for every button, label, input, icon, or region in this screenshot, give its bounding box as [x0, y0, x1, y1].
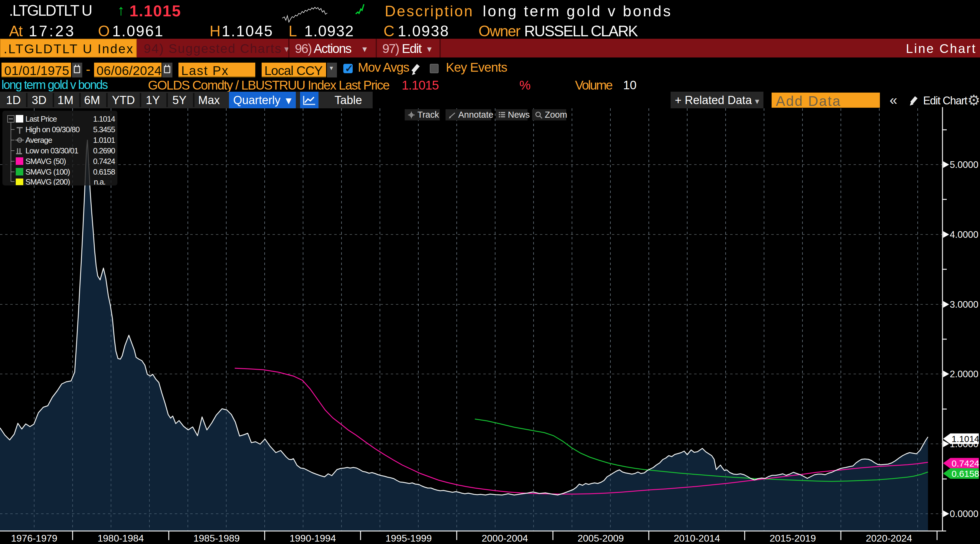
svg-text:0.6158: 0.6158 — [951, 469, 979, 479]
svg-text:High on 09/30/80: High on 09/30/80 — [25, 125, 80, 134]
svg-text:0.6158: 0.6158 — [93, 167, 115, 177]
svg-text:1976-1979: 1976-1979 — [11, 533, 57, 544]
svg-text:1.1014: 1.1014 — [951, 434, 979, 444]
svg-text:3.0000: 3.0000 — [950, 299, 978, 310]
svg-text:Average: Average — [25, 135, 52, 145]
svg-text:Last Price: Last Price — [25, 115, 57, 123]
svg-text:2020-2024: 2020-2024 — [865, 533, 912, 544]
svg-text:2.0000: 2.0000 — [950, 369, 978, 379]
svg-text:1.0101: 1.0101 — [93, 135, 115, 145]
svg-text:1980-1984: 1980-1984 — [97, 533, 144, 544]
svg-text:2005-2009: 2005-2009 — [578, 533, 624, 544]
svg-text:2010-2014: 2010-2014 — [674, 533, 720, 544]
svg-text:1990-1994: 1990-1994 — [290, 533, 336, 544]
svg-text:SMAVG (100): SMAVG (100) — [25, 167, 70, 177]
svg-text:4.0000: 4.0000 — [950, 229, 978, 240]
svg-text:0.7424: 0.7424 — [93, 157, 115, 166]
svg-text:SMAVG (50): SMAVG (50) — [25, 157, 66, 166]
svg-text:0.2690: 0.2690 — [93, 146, 115, 155]
svg-text:Low on 03/30/01: Low on 03/30/01 — [25, 146, 78, 155]
svg-text:SMAVG (200): SMAVG (200) — [25, 177, 70, 186]
svg-text:1985-1989: 1985-1989 — [193, 533, 240, 544]
svg-text:5.3455: 5.3455 — [93, 125, 115, 134]
svg-text:1.1014: 1.1014 — [93, 115, 115, 123]
svg-text:n.a.: n.a. — [94, 177, 105, 186]
svg-text:0.7424: 0.7424 — [951, 458, 979, 468]
svg-text:2015-2019: 2015-2019 — [770, 533, 816, 544]
svg-text:2000-2004: 2000-2004 — [482, 533, 528, 544]
svg-text:1995-1999: 1995-1999 — [385, 533, 432, 544]
svg-text:0.0000: 0.0000 — [950, 509, 978, 519]
svg-text:5.0000: 5.0000 — [950, 159, 978, 170]
